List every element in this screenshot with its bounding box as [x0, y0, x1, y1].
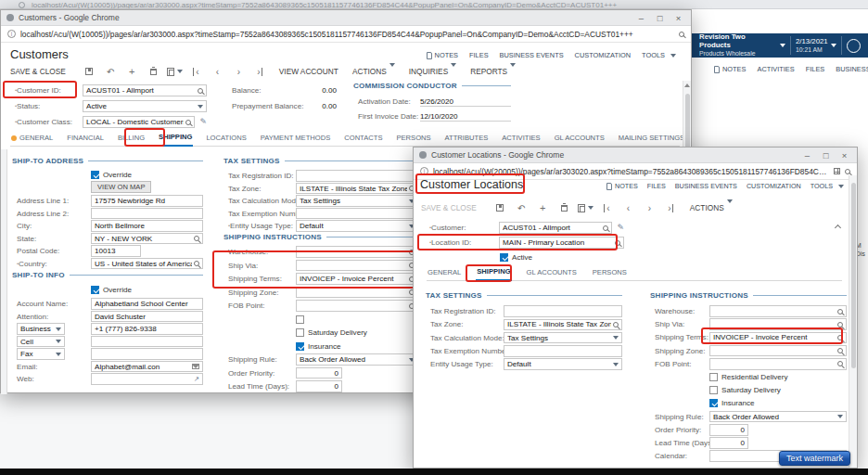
- warehouse-field[interactable]: [296, 246, 418, 258]
- inquiries-menu-button[interactable]: INQUIRIES: [409, 67, 456, 76]
- scrollbar-thumb[interactable]: [851, 183, 856, 368]
- residential-delivery-checkbox[interactable]: [709, 373, 718, 381]
- vertical-scrollbar[interactable]: [849, 175, 857, 468]
- save-button[interactable]: [491, 202, 510, 213]
- search-icon[interactable]: [194, 236, 199, 241]
- status-dropdown[interactable]: Active: [83, 100, 207, 112]
- last-record-button[interactable]: [250, 66, 270, 77]
- collapse-icon[interactable]: [835, 225, 841, 231]
- delete-button[interactable]: [144, 66, 163, 77]
- tax-zone-field[interactable]: ILSTATE - Illinois State Tax Zone: [296, 183, 418, 195]
- shipping-terms-field[interactable]: INVOICEP - Invoice Percent: [709, 332, 847, 344]
- search-icon[interactable]: [603, 225, 608, 231]
- ship-via-field[interactable]: [709, 318, 847, 330]
- date-time-selector[interactable]: 2/13/2021 10:21 AM: [796, 38, 828, 54]
- tax-registration-id-input[interactable]: [296, 170, 418, 182]
- tax-registration-id-input[interactable]: [504, 305, 622, 317]
- state-field[interactable]: NY - NEW YORK: [91, 233, 203, 245]
- zoom-icon[interactable]: [845, 169, 850, 174]
- copy-paste-button[interactable]: [165, 66, 185, 77]
- phone2-input[interactable]: [91, 336, 203, 348]
- fob-point-field[interactable]: [296, 300, 418, 312]
- location-id-field[interactable]: MAIN - Primary Location: [499, 237, 624, 249]
- customer-id-field[interactable]: ACUST01 - Allmport: [83, 84, 207, 96]
- phone1-input[interactable]: +1 (777) 826-9338: [91, 323, 203, 335]
- menu-item-customization[interactable]: CUSTOMIZATION: [747, 182, 801, 190]
- saturday-delivery-checkbox[interactable]: [709, 386, 718, 394]
- menu-item-files[interactable]: FILES: [806, 65, 825, 73]
- customer-field[interactable]: ACUST01 - Allmport: [499, 222, 612, 234]
- lead-time-input[interactable]: 0: [296, 380, 342, 392]
- tab-activities[interactable]: ACTIVITIES: [501, 131, 541, 146]
- chevron-down-icon[interactable]: [780, 44, 785, 47]
- insurance-checkbox[interactable]: [296, 342, 304, 351]
- order-priority-input[interactable]: 0: [296, 367, 342, 379]
- menu-item-business-events[interactable]: BUSINESS EVENTS: [675, 182, 737, 190]
- first-record-button[interactable]: [597, 202, 617, 213]
- warehouse-field[interactable]: [709, 305, 847, 317]
- tab-locations[interactable]: LOCATIONS: [205, 131, 247, 146]
- insurance-checkbox[interactable]: [709, 399, 718, 407]
- shipping-zone-field[interactable]: [709, 345, 847, 357]
- tab-persons[interactable]: PERSONS: [395, 131, 431, 146]
- menu-item-business-events[interactable]: BUSINESS EVENTS: [836, 65, 868, 73]
- window-titlebar[interactable]: Customer Locations - Google Chrome – □ ×: [414, 148, 857, 163]
- collapsed-side-panel[interactable]: [1, 149, 7, 394]
- saturday-delivery-checkbox[interactable]: [296, 328, 304, 337]
- fax-type-dropdown[interactable]: Fax: [17, 348, 65, 360]
- tab-gl-accounts[interactable]: GL ACCOUNTS: [554, 131, 606, 146]
- shipping-terms-field[interactable]: INVOICEP - Invoice Percent: [296, 273, 418, 285]
- fax-input[interactable]: [91, 348, 203, 360]
- ship-via-field[interactable]: [296, 260, 418, 272]
- menu-item-tools[interactable]: TOOLS: [642, 51, 676, 59]
- minimize-button[interactable]: –: [634, 11, 648, 25]
- undo-button[interactable]: [101, 66, 121, 77]
- company-selector[interactable]: Revision Two Products Products Wholesale: [692, 33, 777, 58]
- country-field[interactable]: US - United States of America: [91, 258, 203, 270]
- menu-item-files[interactable]: FILES: [647, 182, 666, 190]
- search-icon[interactable]: [837, 335, 843, 340]
- override-checkbox[interactable]: [91, 286, 99, 294]
- search-icon[interactable]: [194, 261, 199, 266]
- chevron-down-icon[interactable]: [831, 44, 836, 47]
- avatar[interactable]: [847, 39, 861, 53]
- tab-general[interactable]: GENERAL: [10, 131, 54, 146]
- add-button[interactable]: [533, 202, 553, 213]
- search-icon[interactable]: [185, 120, 191, 125]
- tab-financial[interactable]: FINANCIAL: [66, 131, 105, 146]
- tax-calculation-mode-dropdown[interactable]: Tax Settings: [296, 195, 418, 207]
- maximize-button[interactable]: □: [653, 11, 667, 25]
- shipping-zone-field[interactable]: [296, 287, 418, 299]
- menu-item-notes[interactable]: NOTES: [714, 65, 746, 73]
- actions-menu-button[interactable]: ACTIONS: [352, 67, 395, 76]
- search-icon[interactable]: [613, 322, 619, 327]
- shipping-rule-dropdown[interactable]: Back Order Allowed: [709, 411, 847, 423]
- override-checkbox[interactable]: [91, 171, 99, 179]
- mail-icon[interactable]: [192, 364, 199, 369]
- tab-payment-methods[interactable]: PAYMENT METHODS: [260, 131, 332, 146]
- tax-zone-field[interactable]: ILSTATE - Illinois State Tax Zone: [504, 319, 622, 331]
- search-icon[interactable]: [837, 361, 843, 366]
- tax-exemption-number-input[interactable]: [504, 345, 622, 357]
- save-close-button[interactable]: SAVE & CLOSE: [10, 67, 66, 76]
- search-icon[interactable]: [615, 240, 620, 246]
- attention-input[interactable]: David Schuster: [91, 311, 203, 323]
- close-button[interactable]: ×: [671, 11, 685, 25]
- menu-item-business-events[interactable]: BUSINESS EVENTS: [500, 51, 564, 59]
- city-input[interactable]: North Bellmore: [91, 220, 203, 232]
- tab-billing[interactable]: BILLING: [117, 131, 146, 146]
- postal-code-input[interactable]: 10013: [91, 245, 141, 257]
- menu-item-notes[interactable]: NOTES: [606, 182, 638, 190]
- next-record-button[interactable]: [640, 202, 659, 213]
- search-icon[interactable]: [198, 88, 203, 94]
- next-record-button[interactable]: [229, 66, 249, 77]
- tab-shipping[interactable]: SHIPPING: [158, 130, 193, 147]
- phone1-type-dropdown[interactable]: Business 1: [17, 323, 65, 335]
- address-bar[interactable]: localhost/Acu/(W(10005))/pages/ar/ar3030…: [1, 26, 691, 43]
- menu-item-files[interactable]: FILES: [469, 51, 489, 59]
- tab-shipping[interactable]: SHIPPING: [476, 264, 511, 281]
- entity-usage-type-dropdown[interactable]: Default: [504, 358, 622, 370]
- undo-button[interactable]: [512, 202, 531, 213]
- menu-item-activities[interactable]: ACTIVITIES: [757, 65, 794, 73]
- edit-pencil-icon[interactable]: [199, 118, 207, 126]
